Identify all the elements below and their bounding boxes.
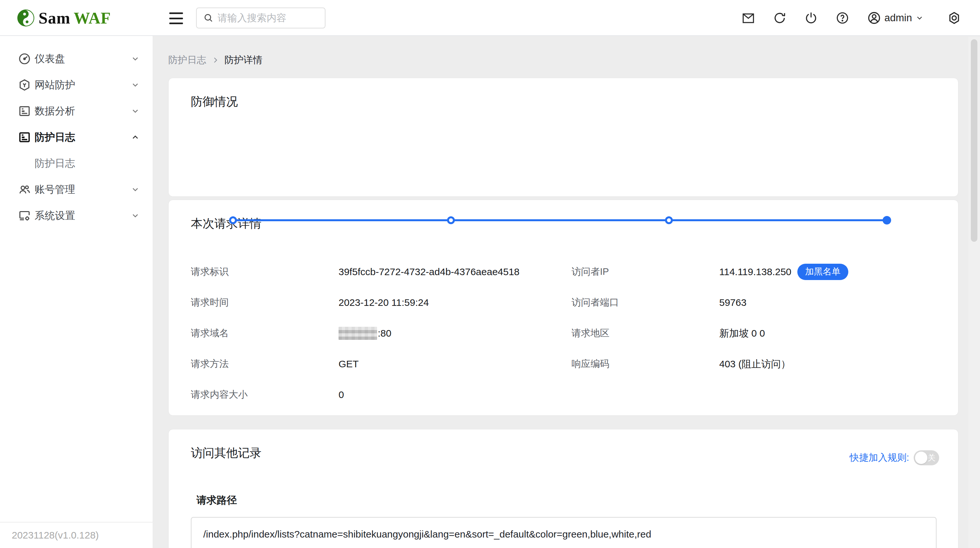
app-logo: SamWAF bbox=[17, 0, 111, 36]
sidebar-item-label: 系统设置 bbox=[35, 209, 75, 223]
timeline-node bbox=[665, 216, 673, 224]
quick-rule-control: 快捷加入规则: 关 bbox=[850, 450, 939, 465]
users-icon bbox=[18, 183, 31, 196]
dashboard-gauge-icon bbox=[18, 52, 31, 65]
brand-suffix: WAF bbox=[73, 9, 111, 27]
chevron-down-icon bbox=[131, 107, 140, 116]
username: admin bbox=[885, 12, 912, 24]
detail-row: 请求方法 GET bbox=[191, 356, 557, 372]
detail-label: 请求标识 bbox=[191, 265, 339, 279]
breadcrumb-parent[interactable]: 防护日志 bbox=[168, 54, 206, 67]
version-text: 20231128(v1.0.128) bbox=[12, 530, 99, 541]
detail-label: 访问者IP bbox=[571, 265, 719, 279]
detail-row: 请求内容大小 0 bbox=[191, 387, 557, 403]
timeline-line bbox=[233, 219, 887, 221]
search-input[interactable] bbox=[218, 13, 316, 24]
sidebar-item-dashboard[interactable]: 仪表盘 bbox=[0, 46, 153, 72]
detail-label: 请求域名 bbox=[191, 327, 339, 340]
power-icon[interactable] bbox=[804, 11, 818, 25]
detail-value: 59763 bbox=[719, 297, 746, 308]
sidebar-item-label: 网站防护 bbox=[35, 78, 75, 92]
request-path-label: 请求路径 bbox=[196, 494, 237, 507]
detail-label: 请求地区 bbox=[571, 327, 719, 340]
timeline-node-current bbox=[883, 216, 891, 225]
shield-hexagon-icon bbox=[18, 78, 31, 91]
detail-label: 请求方法 bbox=[191, 357, 339, 371]
detail-row: 请求标识 39f5fccb-7272-4732-ad4b-4376aeae451… bbox=[191, 264, 557, 280]
detail-value: GET bbox=[339, 358, 359, 370]
request-path-value: /index.php/index/lists?catname=shibiteku… bbox=[203, 529, 924, 540]
global-search bbox=[196, 8, 326, 29]
sidebar-item-label: 防护日志 bbox=[35, 131, 75, 144]
yin-yang-icon bbox=[17, 9, 35, 27]
chevron-down-icon bbox=[131, 54, 140, 64]
toggle-knob bbox=[915, 452, 928, 464]
app-header: SamWAF bbox=[0, 0, 980, 36]
sidebar-item-system-settings[interactable]: 系统设置 bbox=[0, 202, 153, 229]
breadcrumb-current: 防护详情 bbox=[224, 54, 262, 67]
mail-icon[interactable] bbox=[741, 11, 755, 25]
detail-row: 请求时间 2023-12-20 11:59:24 bbox=[191, 295, 557, 311]
timeline-node bbox=[229, 216, 237, 224]
sidebar-item-site-protection[interactable]: 网站防护 bbox=[0, 72, 153, 98]
visitor-ip: 114.119.138.250 bbox=[719, 266, 791, 277]
detail-row: 请求域名 :80 bbox=[191, 325, 557, 341]
detail-row: 响应编码 403 (阻止访问） bbox=[571, 356, 941, 372]
card-title: 防御情况 bbox=[191, 94, 238, 110]
card-title: 本次请求详情 bbox=[191, 216, 261, 232]
add-blacklist-button[interactable]: 加黑名单 bbox=[797, 264, 848, 280]
detail-value: 403 (阻止访问） bbox=[719, 357, 791, 371]
toggle-state-text: 关 bbox=[928, 450, 935, 465]
sidebar-subitem-label: 防护日志 bbox=[35, 156, 75, 170]
sidebar-item-label: 仪表盘 bbox=[35, 52, 65, 66]
help-icon[interactable] bbox=[835, 11, 849, 25]
panel-lines-icon bbox=[18, 105, 31, 118]
search-icon bbox=[203, 13, 214, 23]
sidebar-item-account-management[interactable]: 账号管理 bbox=[0, 177, 153, 202]
masked-domain-blur bbox=[339, 327, 377, 340]
monitor-gear-icon bbox=[18, 209, 31, 222]
brand-prefix: Sam bbox=[38, 9, 70, 27]
detail-row: 访问者端口 59763 bbox=[571, 295, 941, 311]
page-scrollbar-track bbox=[968, 37, 980, 548]
detail-label: 访问者端口 bbox=[571, 296, 719, 309]
user-menu[interactable]: admin bbox=[867, 11, 924, 25]
detail-value: 新加坡 0 0 bbox=[719, 327, 765, 340]
breadcrumb: 防护日志 防护详情 bbox=[168, 54, 262, 67]
user-avatar-icon bbox=[867, 11, 881, 25]
sidebar-subitem-protection-log[interactable]: 防护日志 bbox=[0, 150, 153, 177]
sidebar-item-label: 数据分析 bbox=[35, 104, 75, 118]
chevron-down-icon bbox=[131, 185, 140, 194]
sidebar-item-protection-log[interactable]: 防护日志 bbox=[0, 124, 153, 150]
menu-icon[interactable] bbox=[169, 13, 184, 24]
quick-rule-toggle[interactable]: 关 bbox=[914, 450, 939, 465]
detail-row: 请求地区 新加坡 0 0 bbox=[571, 325, 941, 341]
other-records-card: 访问其他记录 快捷加入规则: 关 请求路径 /index.php/index/l… bbox=[168, 429, 958, 548]
detail-value-ip: 114.119.138.250 加黑名单 bbox=[719, 264, 848, 280]
panel-lines-icon bbox=[18, 131, 31, 144]
defense-status-card: 防御情况 访问 2023-12-20 11:59:24 检测 2023-12-2… bbox=[168, 78, 958, 197]
chevron-down-icon bbox=[131, 211, 140, 220]
detail-value-masked-domain: :80 bbox=[339, 327, 391, 340]
request-path-box: /index.php/index/lists?catname=shibiteku… bbox=[191, 517, 937, 548]
detail-value: 0 bbox=[339, 389, 344, 400]
detail-label: 响应编码 bbox=[571, 357, 719, 371]
page-scrollbar-thumb[interactable] bbox=[971, 39, 977, 242]
quick-rule-label[interactable]: 快捷加入规则: bbox=[850, 451, 909, 464]
sidebar-item-data-analysis[interactable]: 数据分析 bbox=[0, 98, 153, 124]
detail-label: 请求内容大小 bbox=[191, 388, 339, 401]
sidebar-item-label: 账号管理 bbox=[35, 183, 75, 196]
detail-row: 访问者IP 114.119.138.250 加黑名单 bbox=[571, 264, 941, 280]
timeline-node bbox=[447, 216, 455, 224]
domain-port: :80 bbox=[378, 328, 391, 339]
detail-value: 2023-12-20 11:59:24 bbox=[339, 297, 429, 308]
chevron-up-icon bbox=[131, 133, 140, 142]
request-details-card: 本次请求详情 请求标识 39f5fccb-7272-4732-ad4b-4376… bbox=[168, 200, 958, 416]
sidebar: 仪表盘 网站防护 bbox=[0, 36, 153, 548]
chevron-down-icon bbox=[131, 80, 140, 89]
card-title: 访问其他记录 bbox=[191, 445, 261, 461]
gear-icon[interactable] bbox=[947, 11, 961, 25]
chevron-down-icon bbox=[915, 14, 924, 22]
detail-value: 39f5fccb-7272-4732-ad4b-4376aeae4518 bbox=[339, 266, 520, 277]
refresh-icon[interactable] bbox=[773, 11, 786, 25]
